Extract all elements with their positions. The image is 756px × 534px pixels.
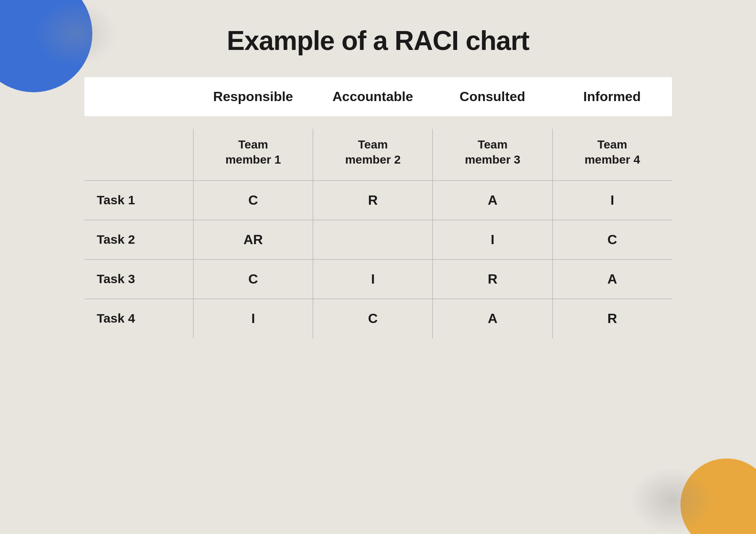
raci-col-consulted: Consulted (433, 89, 552, 104)
task-label-2: Task 2 (84, 220, 194, 259)
cell-row1-col3: A (433, 180, 552, 220)
cell-row3-col1: C (194, 259, 313, 299)
table-row: Task 4ICAR (84, 299, 672, 338)
raci-header-band: Responsible Accountable Consulted Inform… (84, 77, 672, 116)
cell-row1-col2: R (313, 180, 433, 220)
cell-row4-col4: R (552, 299, 672, 338)
task-label-3: Task 3 (84, 259, 194, 299)
cell-row3-col4: A (552, 259, 672, 299)
raci-table-wrapper: Teammember 1 Teammember 2 Teammember 3 T… (84, 129, 672, 338)
raci-table: Teammember 1 Teammember 2 Teammember 3 T… (84, 129, 672, 338)
cell-row4-col1: I (194, 299, 313, 338)
cell-row3-col2: I (313, 259, 433, 299)
raci-col-responsible: Responsible (194, 89, 313, 104)
raci-col-accountable: Accountable (313, 89, 433, 104)
raci-col-informed: Informed (552, 89, 672, 104)
cell-row2-col4: C (552, 220, 672, 259)
cell-row4-col3: A (433, 299, 552, 338)
page-container: Example of a RACI chart Responsible Acco… (0, 0, 756, 534)
table-row: Task 3CIRA (84, 259, 672, 299)
table-row: Task 1CRAI (84, 180, 672, 220)
team-header-row: Teammember 1 Teammember 2 Teammember 3 T… (84, 129, 672, 180)
team-member-4-header: Teammember 4 (552, 129, 672, 180)
task-label-4: Task 4 (84, 299, 194, 338)
table-row: Task 2ARIC (84, 220, 672, 259)
cell-row3-col3: R (433, 259, 552, 299)
cell-row1-col1: C (194, 180, 313, 220)
cell-row1-col4: I (552, 180, 672, 220)
team-member-2-header: Teammember 2 (313, 129, 433, 180)
team-member-3-header: Teammember 3 (433, 129, 552, 180)
cell-row2-col2 (313, 220, 433, 259)
raci-header-columns: Responsible Accountable Consulted Inform… (84, 89, 672, 104)
cell-row4-col2: C (313, 299, 433, 338)
cell-row2-col3: I (433, 220, 552, 259)
page-title: Example of a RACI chart (227, 25, 529, 56)
task-label-1: Task 1 (84, 180, 194, 220)
team-member-1-header: Teammember 1 (194, 129, 313, 180)
cell-row2-col1: AR (194, 220, 313, 259)
task-column-header (84, 129, 194, 180)
